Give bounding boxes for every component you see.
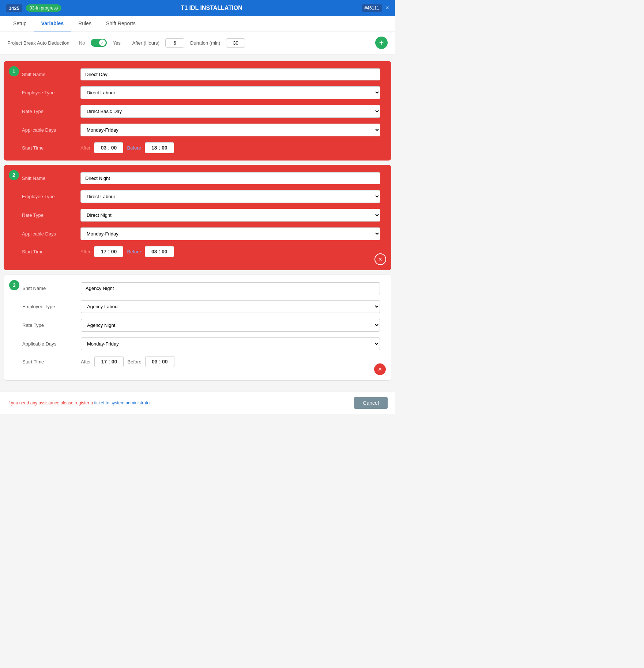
tab-setup[interactable]: Setup <box>6 16 34 31</box>
shift-card-3: 3 Shift Name Employee Type Direct Labour… <box>4 275 391 381</box>
after-time-3[interactable]: 17 : 00 <box>94 356 124 367</box>
cancel-button[interactable]: Cancel <box>354 397 388 409</box>
shift-name-input-2[interactable] <box>80 172 380 184</box>
applicable-days-select-1[interactable]: Monday-Friday Saturday-Sunday All Days <box>80 124 380 136</box>
shift-number-3: 3 <box>9 280 19 290</box>
employee-type-select-3[interactable]: Direct Labour Agency Labour <box>81 300 380 313</box>
page-title: T1 IDL INSTALLATION <box>65 5 358 11</box>
footer-help-text: If you need any assistance please regist… <box>7 400 154 405</box>
before-label-3: Before <box>127 359 141 365</box>
ticket-hash: #46111 <box>362 4 382 12</box>
duration-label: Duration (min) <box>190 40 220 46</box>
start-time-group-2: After 17 : 00 Before 03 : 00 <box>80 246 174 257</box>
footer-help-link[interactable]: ticket to system administrator <box>94 400 151 405</box>
employee-type-row-3: Employee Type Direct Labour Agency Labou… <box>22 300 380 313</box>
employee-type-label-3: Employee Type <box>22 304 81 309</box>
shift-name-label-1: Shift Name <box>22 72 80 77</box>
start-time-group-1: After 03 : 00 Before 18 : 00 <box>80 142 174 153</box>
shift-close-button-2[interactable]: × <box>374 253 386 265</box>
footer: If you need any assistance please regist… <box>0 392 395 414</box>
close-button[interactable]: × <box>386 5 389 11</box>
duration-input[interactable] <box>226 38 245 48</box>
toggle-yes-label: Yes <box>113 40 120 46</box>
applicable-days-label-3: Applicable Days <box>22 341 81 347</box>
tab-shift-reports[interactable]: Shift Reports <box>99 16 143 31</box>
before-time-3[interactable]: 03 : 00 <box>145 356 174 367</box>
rate-type-row-2: Rate Type Direct Basic Day Direct Night … <box>22 209 380 222</box>
shift-number-1: 1 <box>9 66 19 76</box>
employee-type-select-2[interactable]: Direct Labour Agency Labour <box>80 190 380 203</box>
after-label-1: After <box>80 145 90 151</box>
before-label-2: Before <box>127 249 141 254</box>
content-area: 1 Shift Name Employee Type Direct Labour… <box>0 54 395 387</box>
shift-name-row-1: Shift Name <box>22 68 380 80</box>
shift-name-label-2: Shift Name <box>22 176 80 181</box>
tab-rules[interactable]: Rules <box>71 16 99 31</box>
break-toggle[interactable]: ✓ <box>91 39 107 47</box>
shift-card-2: 2 Shift Name Employee Type Direct Labour… <box>4 165 391 270</box>
applicable-days-select-3[interactable]: Monday-Friday Saturday-Sunday All Days <box>81 337 380 350</box>
employee-type-row-1: Employee Type Direct Labour Agency Labou… <box>22 86 380 99</box>
after-hours-label: After (Hours) <box>132 40 159 46</box>
rate-type-label-3: Rate Type <box>22 322 81 328</box>
toggle-knob: ✓ <box>99 39 106 46</box>
start-time-row-1: Start Time After 03 : 00 Before 18 : 00 <box>22 142 380 153</box>
employee-type-label-1: Employee Type <box>22 90 80 95</box>
add-button[interactable]: + <box>375 37 388 49</box>
rate-type-select-3[interactable]: Direct Basic Day Direct Night Agency Lab… <box>81 319 380 332</box>
applicable-days-label-2: Applicable Days <box>22 231 80 237</box>
rate-type-label-2: Rate Type <box>22 212 80 218</box>
before-time-1[interactable]: 18 : 00 <box>145 142 174 153</box>
after-label-3: After <box>81 359 91 365</box>
status-badge: 03-In progress <box>26 4 61 12</box>
break-label: Project Break Auto Deduction <box>7 40 69 46</box>
toggle-no-label: No <box>79 40 85 46</box>
applicable-days-label-1: Applicable Days <box>22 127 80 133</box>
before-time-2[interactable]: 03 : 00 <box>145 246 174 257</box>
rate-type-select-2[interactable]: Direct Basic Day Direct Night Agency Lab… <box>80 209 380 222</box>
start-time-row-2: Start Time After 17 : 00 Before 03 : 00 <box>22 246 380 257</box>
shift-name-label-3: Shift Name <box>22 286 81 291</box>
after-time-2[interactable]: 17 : 00 <box>94 246 123 257</box>
task-id: 1425 <box>6 4 22 12</box>
title-bar: 1425 03-In progress T1 IDL INSTALLATION … <box>0 0 395 16</box>
shift-name-row-3: Shift Name <box>22 282 380 294</box>
start-time-label-2: Start Time <box>22 249 80 254</box>
shift-name-input-3[interactable] <box>81 282 380 294</box>
after-hours-input[interactable] <box>165 38 184 48</box>
rate-type-row-1: Rate Type Direct Basic Day Direct Night … <box>22 105 380 118</box>
shift-name-row-2: Shift Name <box>22 172 380 184</box>
start-time-group-3: After 17 : 00 Before 03 : 00 <box>81 356 174 367</box>
start-time-label-1: Start Time <box>22 145 80 151</box>
shift-name-input-1[interactable] <box>80 68 380 80</box>
applicable-days-row-2: Applicable Days Monday-Friday Saturday-S… <box>22 227 380 240</box>
applicable-days-row-3: Applicable Days Monday-Friday Saturday-S… <box>22 337 380 350</box>
applicable-days-row-1: Applicable Days Monday-Friday Saturday-S… <box>22 124 380 136</box>
tab-variables[interactable]: Variables <box>34 16 71 31</box>
after-label-2: After <box>80 249 90 254</box>
employee-type-row-2: Employee Type Direct Labour Agency Labou… <box>22 190 380 203</box>
shift-card-1: 1 Shift Name Employee Type Direct Labour… <box>4 61 391 161</box>
before-label-1: Before <box>127 145 141 151</box>
start-time-row-3: Start Time After 17 : 00 Before 03 : 00 <box>22 356 380 367</box>
start-time-label-3: Start Time <box>22 359 81 365</box>
rate-type-row-3: Rate Type Direct Basic Day Direct Night … <box>22 319 380 332</box>
shift-number-2: 2 <box>9 170 19 180</box>
rate-type-select-1[interactable]: Direct Basic Day Direct Night Agency Lab… <box>80 105 380 118</box>
employee-type-select-1[interactable]: Direct Labour Agency Labour <box>80 86 380 99</box>
break-row: Project Break Auto Deduction No ✓ Yes Af… <box>0 31 395 54</box>
nav-tabs: Setup Variables Rules Shift Reports <box>0 16 395 31</box>
after-time-1[interactable]: 03 : 00 <box>94 142 123 153</box>
applicable-days-select-2[interactable]: Monday-Friday Saturday-Sunday All Days <box>80 227 380 240</box>
shift-close-button-3[interactable]: × <box>374 363 386 375</box>
employee-type-label-2: Employee Type <box>22 194 80 199</box>
rate-type-label-1: Rate Type <box>22 109 80 114</box>
